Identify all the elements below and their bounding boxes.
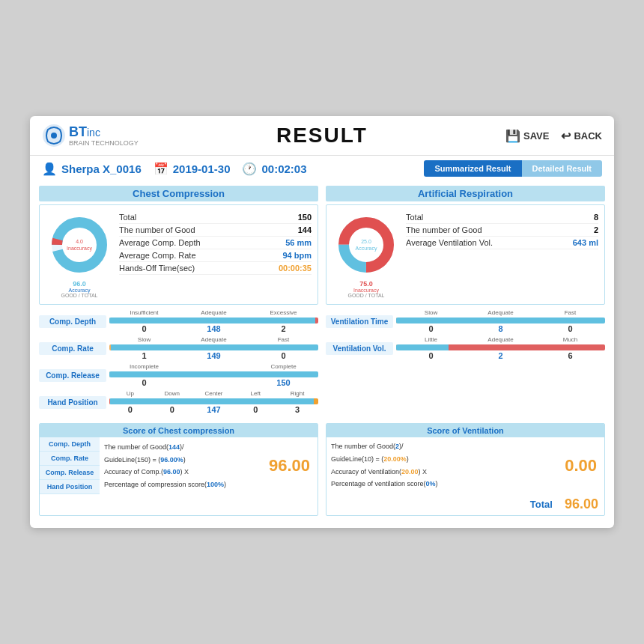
score-ventilation-value: 0.00	[557, 437, 604, 493]
hand-val-0: 0	[109, 405, 151, 414]
info-bar: 👤 Sherpa X_0016 📅 2019-01-30 🕐 00:02:03 …	[30, 156, 614, 181]
depth-val-2: 2	[249, 324, 318, 333]
rate-val-1: 149	[179, 351, 249, 360]
score-comp-line2: GuideLine(150) = (96.00%)	[104, 455, 257, 465]
hand-position-label: Hand Position	[39, 396, 106, 409]
header-actions: 💾 SAVE ↩ BACK	[505, 129, 602, 143]
depth-val-1: 148	[179, 324, 249, 333]
calendar-icon: 📅	[154, 162, 168, 176]
chest-good-row: The number of Good 144	[119, 224, 312, 237]
logo: G BTinc BRAIN TECHNOLOGY	[42, 124, 139, 148]
vt-header-2: Fast	[535, 309, 605, 316]
score-compression-box: Score of Chest compression Comp. Depth C…	[39, 423, 318, 515]
score-comp-line1: The number of Good(144)/	[104, 443, 257, 452]
score-lbl-rate: Comp. Rate	[40, 452, 100, 466]
score-vent-line3: Accuracy of Ventilation(20.00) X	[331, 467, 553, 477]
vt-header-1: Adequate	[466, 309, 535, 316]
release-val-2: 150	[249, 378, 318, 387]
chest-stats-table: Total 150 The number of Good 144 Average…	[119, 211, 312, 275]
score-compression-labels: Comp. Depth Comp. Rate Comp. Release Han…	[40, 437, 100, 494]
svg-text:G: G	[52, 134, 55, 139]
vt-val-0: 0	[396, 324, 466, 333]
hand-header-2: Center	[193, 390, 235, 397]
score-lbl-release: Comp. Release	[40, 466, 100, 480]
vv-val-1: 2	[466, 351, 535, 360]
hand-val-4: 3	[276, 405, 318, 414]
depth-header-2: Excessive	[249, 309, 318, 316]
score-vent-line1: The number of Good(2)/	[331, 442, 553, 452]
score-ventilation-title: Score of Ventilation	[326, 424, 604, 437]
info-left: 👤 Sherpa X_0016 📅 2019-01-30 🕐 00:02:03	[42, 162, 307, 176]
resp-vol-row: Average Ventilation Vol. 643 ml	[406, 237, 598, 249]
hand-val-1: 0	[151, 405, 193, 414]
resp-donut-label: 75.0 Inaccuracy GOOD / TOTAL	[332, 280, 400, 298]
depth-header-1: Adequate	[179, 309, 249, 316]
release-val-0: 0	[109, 378, 179, 387]
hand-position-bars: Up Down Center Left Right 0	[109, 390, 318, 414]
ventilation-time-row: Ventilation Time Slow Adequate Fast 0	[326, 309, 605, 333]
respiration-stats: 25.0 Accuracy 75.0 Inaccuracy GOOD / TOT…	[326, 204, 605, 305]
metric-section: Comp. Depth Insufficient Adequate Excess…	[39, 309, 605, 417]
main-stats: 4.0 Inaccuracy 96.0 Accuracy GOOD / TOTA…	[39, 204, 605, 305]
vv-header-2: Much	[535, 336, 605, 343]
logo-sub: BRAIN TECHNOLOGY	[69, 140, 139, 147]
back-button[interactable]: ↩ BACK	[561, 129, 602, 143]
score-comp-line3: Accuracy of Comp.(96.00) X	[104, 467, 257, 477]
hand-val-2: 147	[193, 405, 235, 414]
ventilation-time-label: Ventilation Time	[326, 315, 393, 328]
rate-header-1: Adequate	[179, 336, 249, 343]
score-section: Score of Chest compression Comp. Depth C…	[39, 423, 605, 515]
comp-depth-label: Comp. Depth	[39, 315, 106, 328]
hand-val-3: 0	[234, 405, 276, 414]
comp-release-bars: Incomplete Complete 0 150	[109, 363, 318, 387]
hand-header-0: Up	[109, 390, 151, 397]
clock-icon: 🕐	[242, 162, 257, 176]
chest-handsoff-row: Hands-Off Time(sec) 00:00:35	[119, 262, 312, 275]
tab-summarized[interactable]: Summarized Result	[424, 160, 521, 177]
score-vent-line2: GuideLine(10) = (20.00%)	[331, 455, 553, 464]
score-vent-line4: Percentage of ventilation score(0%)	[331, 479, 553, 489]
vt-header-0: Slow	[396, 309, 466, 316]
score-comp-line4: Percentage of compression score(100%)	[104, 480, 257, 490]
hand-header-1: Down	[151, 390, 193, 397]
comp-depth-row: Comp. Depth Insufficient Adequate Excess…	[39, 309, 318, 333]
score-compression-body: Comp. Depth Comp. Rate Comp. Release Han…	[40, 437, 318, 494]
logo-bt: BTinc	[69, 124, 100, 139]
tab-detailed[interactable]: Detailed Result	[522, 160, 602, 177]
artificial-respiration-header: Artificial Respiration	[326, 186, 605, 201]
vt-val-2: 0	[535, 324, 605, 333]
vv-val-2: 6	[535, 351, 605, 360]
chest-stats: 4.0 Inaccuracy 96.0 Accuracy GOOD / TOTA…	[39, 204, 318, 305]
depth-header-0: Insufficient	[109, 309, 179, 316]
rate-val-0: 1	[109, 351, 179, 360]
vt-val-1: 8	[466, 324, 535, 333]
resp-good-row: The number of Good 2	[406, 224, 598, 237]
score-total-row: Total 96.00	[326, 493, 604, 515]
vv-val-0: 0	[396, 351, 466, 360]
user-icon: 👤	[42, 162, 57, 176]
rate-header-2: Fast	[249, 336, 318, 343]
chest-compression-header: Chest Compression	[39, 186, 318, 201]
score-lbl-depth: Comp. Depth	[40, 437, 100, 452]
result-tabs: Summarized Result Detailed Result	[424, 160, 602, 177]
depth-val-0: 0	[109, 324, 179, 333]
metric-col-right: Ventilation Time Slow Adequate Fast 0	[326, 309, 605, 417]
section-headers: Chest Compression Artificial Respiration	[39, 186, 605, 201]
rate-val-2: 0	[249, 351, 318, 360]
rate-header-0: Slow	[109, 336, 179, 343]
comp-release-row: Comp. Release Incomplete Complete 0	[39, 363, 318, 387]
page-title: RESULT	[276, 124, 368, 148]
metric-col-left: Comp. Depth Insufficient Adequate Excess…	[39, 309, 318, 417]
chest-donut-accuracy: 96.0 Accuracy GOOD / TOTAL	[46, 280, 113, 298]
save-button[interactable]: 💾 SAVE	[505, 129, 549, 143]
svg-point-4	[57, 222, 102, 267]
release-header-1	[179, 363, 249, 370]
hand-position-row: Hand Position Up Down Center Left Right	[39, 390, 318, 414]
release-header-2: Complete	[249, 363, 318, 370]
vv-header-0: Little	[396, 336, 466, 343]
chest-depth-row: Average Comp. Depth 56 mm	[119, 237, 312, 249]
resp-stats-table: Total 8 The number of Good 2 Average Ven…	[406, 211, 598, 249]
comp-rate-row: Comp. Rate Slow Adequate Fast 1 149	[39, 336, 318, 360]
vent-vol-bars: Little Adequate Much 0 2 6	[396, 336, 605, 360]
comp-rate-bars: Slow Adequate Fast 1 149 0	[109, 336, 318, 360]
